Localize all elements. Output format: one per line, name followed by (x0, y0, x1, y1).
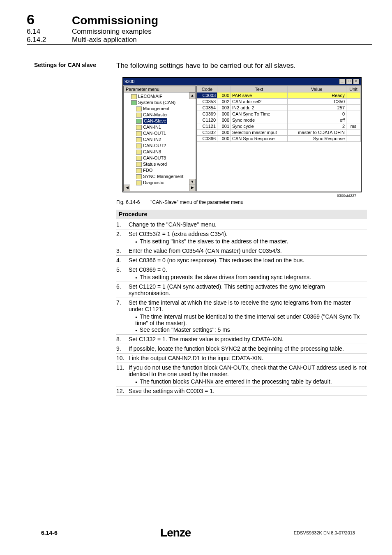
step-text: Set C1120 = 1 (CAN sync activated). This… (129, 283, 367, 296)
figure-caption: Fig. 6.14-6 "CAN-Slave" menu of the para… (116, 199, 243, 205)
cell: Selection master input (231, 130, 288, 136)
step-body: Set the time interval at which the slave… (129, 299, 367, 333)
scroll-left-icon[interactable]: ◀ (124, 185, 130, 191)
tree-header: Parameter menu (124, 86, 196, 92)
window-title-text: 9300 (125, 79, 134, 84)
cell: C0369 (197, 111, 217, 117)
procedure-step: 1.Change to the "CAN-Slave" menu. (116, 220, 367, 229)
step-sublist: The function blocks CAN-INx are entered … (129, 378, 367, 385)
col-value[interactable]: Value (287, 86, 346, 92)
procedure-step: 6.Set C1120 = 1 (CAN sync activated). Th… (116, 282, 367, 298)
step-number: 9. (116, 345, 129, 352)
parameter-window: 9300 _ □ × Parameter menu LECOM/AIFSyste… (122, 77, 362, 192)
folder-icon (136, 168, 142, 173)
folder-icon (136, 131, 142, 136)
procedure-step: 4.Set C0366 = 0 (no sync response). This… (116, 256, 367, 265)
page-number: 6.14-6 (41, 530, 58, 536)
tree-item[interactable]: System bus (CAN) (126, 99, 195, 106)
tree-item-label: CAN-Master (143, 112, 168, 118)
procedure-step: 2.Set C0353/2 = 1 (extra address C354).T… (116, 229, 367, 246)
table-row[interactable]: C1332000Selection master inputmaster to … (197, 130, 361, 136)
table-row[interactable]: C1120000Sync modeoff (197, 117, 361, 123)
step-body: Set C0366 = 0 (no sync response). This r… (129, 257, 367, 264)
tree-item[interactable]: SYNC-Management (126, 173, 195, 180)
tree-item-label: CAN-OUT3 (143, 155, 166, 161)
cell: C0353 (197, 99, 217, 105)
grid-panel: Code Text Value Unit C0003000PAR saveRea… (196, 86, 361, 192)
table-row[interactable]: C0366000CAN Sync ResponseSync Response (197, 136, 361, 142)
col-text[interactable]: Text (231, 86, 288, 92)
tree-item[interactable]: CAN-Master (126, 112, 195, 118)
tree-item[interactable]: Status word (126, 161, 195, 167)
tree-item[interactable]: Diagnostic (126, 180, 195, 186)
cell: CAN Sync Tx Time (231, 111, 288, 117)
cell: master to CDATA-DFIN (287, 130, 346, 136)
tree-item[interactable]: CAN-OUT3 (126, 155, 195, 161)
tree-item[interactable]: CAN-IN2 (126, 136, 195, 143)
step-text: Set C0369 = 0. (129, 266, 367, 273)
cell (346, 111, 361, 117)
brand-logo: Lenze (160, 526, 191, 539)
procedure-step: 12.Save the settings with C0003 = 1. (116, 386, 367, 396)
table-row[interactable]: C0003000PAR saveReady (197, 92, 361, 99)
procedure-step: 7.Set the time interval at which the sla… (116, 298, 367, 335)
step-text: Save the settings with C0003 = 1. (129, 388, 367, 394)
section-title-2: Multi-axis application (72, 36, 137, 44)
step-subitem: The time interval must be identical to t… (135, 313, 367, 326)
col-code[interactable]: Code (197, 86, 217, 92)
close-icon[interactable]: × (353, 79, 360, 84)
cell: 000 (217, 92, 231, 99)
parameter-grid[interactable]: Code Text Value Unit C0003000PAR saveRea… (197, 86, 361, 142)
tree-item-label: FDO (143, 167, 152, 173)
tree-item[interactable]: CAN-IN3 (126, 149, 195, 155)
table-row[interactable]: C1121001Sync cycle2ms (197, 123, 361, 130)
tree-item[interactable]: LECOM/AIF (126, 93, 195, 99)
tree-item-label: Diagnostic (143, 180, 164, 186)
tree-item[interactable]: CAN-OUT1 (126, 130, 195, 136)
tree-item-label: CAN-OUT1 (143, 130, 166, 136)
tree-item[interactable]: CAN-OUT2 (126, 143, 195, 149)
step-sublist: This setting prevents the slave drives f… (129, 274, 367, 280)
tree-item-label: System bus (CAN) (138, 99, 175, 106)
step-body: Save the settings with C0003 = 1. (129, 388, 367, 394)
scroll-right-icon[interactable]: ▶ (189, 185, 196, 191)
step-subitem: The function blocks CAN-INx are entered … (135, 378, 367, 385)
tree-item[interactable]: CAN-Slave (126, 118, 195, 124)
tree-item[interactable]: FDO (126, 167, 195, 173)
table-row[interactable]: C0354003IN2 addr. 2257 (197, 105, 361, 111)
tree-item-label: CAN-IN2 (143, 136, 161, 143)
tree-panel: Parameter menu LECOM/AIFSystem bus (CAN)… (123, 86, 196, 192)
folder-icon (136, 106, 142, 111)
cell: C1332 (197, 130, 217, 136)
scroll-up-icon[interactable]: ▲ (189, 92, 196, 99)
cell: C0366 (197, 136, 217, 142)
col-unit[interactable]: Unit (346, 86, 361, 92)
table-row[interactable]: C0369000CAN Sync Tx Time0 (197, 111, 361, 117)
minimize-icon[interactable]: _ (339, 79, 346, 84)
tree-item-label: SYNC-Management (143, 173, 183, 180)
document-id: EDSVS9332K EN 8.0-07/2013 (294, 530, 355, 535)
tree-list[interactable]: LECOM/AIFSystem bus (CAN)ManagementCAN-M… (124, 92, 196, 187)
folder-icon (136, 113, 142, 118)
procedure-steps: 1.Change to the "CAN-Slave" menu.2.Set C… (116, 220, 367, 396)
tree-item[interactable]: Management (126, 106, 195, 112)
step-text: If you do not use the function block CAN… (129, 364, 367, 377)
tree-item[interactable]: CAN-IN1 (126, 124, 195, 130)
step-body: Set C1332 = 1. The master value is provi… (129, 336, 367, 342)
step-number: 2. (116, 231, 129, 245)
cell: 000 (217, 111, 231, 117)
cell (346, 92, 361, 99)
cell: 2 (287, 123, 346, 130)
maximize-icon[interactable]: □ (346, 79, 353, 84)
step-subitem: See section "Master settings": 5 ms (135, 326, 367, 333)
folder-icon (136, 137, 142, 142)
col-sub[interactable] (217, 86, 231, 92)
cell: Sync Response (287, 136, 346, 142)
step-text: Set the time interval at which the slave… (129, 299, 367, 312)
cell: C1121 (197, 123, 217, 130)
table-row[interactable]: C0353002CAN addr sel2C350 (197, 99, 361, 105)
chapter-title: Commissioning (72, 14, 158, 27)
tree-item-label: CAN-Slave (143, 118, 167, 124)
page-header: 6 Commissioning 6.14 Commissioning examp… (27, 12, 372, 44)
folder-icon (136, 156, 142, 161)
